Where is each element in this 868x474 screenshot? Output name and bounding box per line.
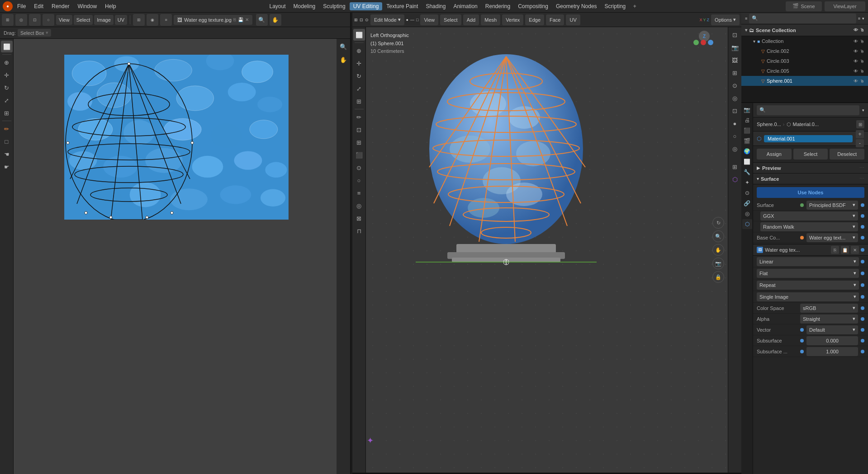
repeat-dot[interactable]	[861, 283, 864, 287]
item-eye-0[interactable]: 👁	[854, 49, 858, 54]
base-color-dot-2[interactable]	[861, 236, 864, 239]
3d-measure-btn[interactable]: ⊡	[353, 124, 365, 136]
menu-render[interactable]: Render	[48, 2, 73, 10]
surface-dot[interactable]	[800, 203, 804, 207]
collection-vis-2[interactable]: 🖱	[860, 39, 864, 44]
mesh-menu-3d[interactable]: Mesh	[481, 14, 500, 25]
view-menu[interactable]: View	[56, 15, 72, 25]
3d-transform-btn[interactable]: ⊞	[353, 95, 365, 107]
uv-viewport[interactable]: 🔍 ✋	[14, 39, 350, 474]
uv-menu-3d[interactable]: UV	[566, 14, 580, 25]
subsurface-dot[interactable]	[800, 339, 804, 343]
3d-zoom-to-fit[interactable]: ⊡	[729, 29, 741, 41]
tree-item-1[interactable]: ▽ Circle.003 👁 🖱	[741, 56, 868, 66]
material-slot[interactable]: Material.001	[764, 135, 853, 142]
texture-dot[interactable]	[861, 248, 864, 252]
sample-tool[interactable]: □	[1, 136, 13, 147]
image-filename[interactable]: 🖼 Water egg texture.jpg ⎘ 💾 ✕	[174, 15, 252, 25]
linear-dropdown[interactable]: Linear ▾	[757, 257, 859, 266]
collection-visible[interactable]: 🖱	[860, 28, 864, 33]
scale-tool[interactable]: ⤢	[1, 94, 13, 106]
uv-proportional-btn2[interactable]: ≡	[160, 14, 172, 26]
menu-file[interactable]: File	[14, 2, 29, 10]
uv-pivot-button[interactable]: ◎	[15, 14, 27, 26]
item-vis-3[interactable]: 🖱	[860, 79, 864, 84]
3d-gizmos[interactable]: ⊙	[729, 80, 741, 91]
particles-props-icon[interactable]: ✦	[742, 178, 752, 188]
image-menu[interactable]: Image	[94, 15, 114, 25]
ws-sculpting[interactable]: Sculpting	[319, 2, 349, 10]
collection-eye[interactable]: 👁	[854, 28, 858, 33]
3d-shading-rendered[interactable]: ◎	[729, 143, 741, 155]
data-props-icon[interactable]: ◎	[742, 209, 752, 219]
view-layer-dropdown[interactable]: ViewLayer	[825, 1, 865, 11]
relax-tool[interactable]: ☛	[1, 161, 13, 173]
uv-display-mode[interactable]: ⊞	[133, 14, 145, 26]
pan-btn[interactable]: ✋	[712, 244, 724, 256]
collection-expand[interactable]: ▾	[745, 28, 747, 33]
uv-menu[interactable]: UV	[115, 15, 127, 25]
ggx-dropdown[interactable]: GGX ▾	[760, 211, 858, 221]
3d-poly-build-btn[interactable]: ⬛	[353, 149, 365, 161]
use-nodes-btn[interactable]: Use Nodes	[757, 187, 864, 198]
menu-window[interactable]: Window	[74, 2, 100, 10]
edge-mode-btn[interactable]: —	[410, 18, 414, 22]
pan-btn[interactable]: ✋	[337, 54, 349, 66]
viewport-mode-btn[interactable]: ⊞	[354, 18, 358, 22]
object-props-icon[interactable]: ⬜	[742, 157, 752, 167]
outliner-sort[interactable]: ▾	[862, 16, 864, 21]
collection-expand-2[interactable]: ▾	[753, 39, 755, 44]
menu-help[interactable]: Help	[101, 2, 120, 10]
select-menu-3d[interactable]: Select	[440, 14, 461, 25]
ws-geometry-nodes[interactable]: Geometry Nodes	[552, 2, 601, 10]
filename-close-icon[interactable]: ✕	[245, 17, 249, 22]
subsurface2-dot[interactable]	[800, 350, 804, 353]
view-layer-props-icon[interactable]: ⬛	[742, 126, 752, 136]
preview-section-header[interactable]: ▶ Preview ⋯	[753, 163, 868, 174]
physics-props-icon[interactable]: ⊙	[742, 188, 752, 198]
scene-dropdown[interactable]: 🎬 Scene	[786, 1, 822, 11]
y-constraint[interactable]: Y	[703, 18, 706, 22]
ws-animation[interactable]: Animation	[450, 2, 481, 10]
3d-smooth-btn[interactable]: ○	[353, 174, 365, 186]
random-walk-dropdown[interactable]: Random Walk ▾	[760, 222, 858, 231]
surface-dot-2[interactable]	[861, 203, 864, 207]
3d-edge-slide-btn[interactable]: ≡	[353, 187, 365, 199]
lock-btn[interactable]: 🔒	[712, 271, 724, 283]
ws-modeling[interactable]: Modeling	[290, 2, 319, 10]
options-dropdown[interactable]: Options ▾	[711, 14, 740, 25]
tree-item-2[interactable]: ▽ Circle.005 👁 🖱	[741, 66, 868, 76]
texture-paste-btn[interactable]: 📋	[841, 246, 849, 254]
surface-section-header[interactable]: ▾ Surface ⋯	[753, 174, 868, 184]
ws-compositing[interactable]: Compositing	[514, 2, 552, 10]
render-props-icon[interactable]: 📷	[742, 105, 752, 115]
3d-select-btn[interactable]: ⬜	[353, 29, 365, 41]
camera-btn[interactable]: 📷	[712, 258, 724, 269]
viewport-shading-btn[interactable]: ⊡	[360, 18, 363, 22]
vector-dot-2[interactable]	[861, 328, 864, 332]
remove-material-btn[interactable]: -	[856, 139, 864, 147]
assign-btn[interactable]: Assign	[757, 149, 792, 160]
constraints-props-icon[interactable]: 🔗	[742, 198, 752, 208]
color-space-dot[interactable]	[861, 306, 864, 310]
blender-icon[interactable]: ●	[3, 1, 13, 11]
viewport-overlay-btn[interactable]: ⊙	[365, 18, 369, 22]
3d-overlays[interactable]: ◎	[729, 92, 741, 104]
subsurface-input[interactable]: 0.000	[806, 336, 858, 345]
3d-annotate-btn[interactable]: ✏	[353, 111, 365, 123]
base-color-value-dropdown[interactable]: Water egg text... ▾	[806, 233, 858, 242]
3d-spin-btn[interactable]: ⊙	[353, 162, 365, 174]
add-material-btn[interactable]: +	[856, 130, 864, 138]
subsurface2-val-dot[interactable]	[861, 350, 864, 353]
3d-view-options[interactable]: ⊞	[729, 161, 741, 173]
modifier-props-icon[interactable]: 🔧	[742, 167, 752, 177]
ws-rendering[interactable]: Rendering	[482, 2, 514, 10]
3d-scale-btn[interactable]: ⤢	[353, 83, 365, 94]
view-menu-3d[interactable]: View	[420, 14, 438, 25]
select-btn[interactable]: Select	[793, 149, 828, 160]
texture-close-btn[interactable]: ✕	[851, 246, 859, 254]
uv-proportional-button[interactable]: ○	[43, 14, 54, 26]
item-eye-3[interactable]: 👁	[854, 79, 858, 84]
single-image-dot[interactable]	[861, 295, 864, 299]
props-filter[interactable]: ▾	[862, 108, 864, 113]
